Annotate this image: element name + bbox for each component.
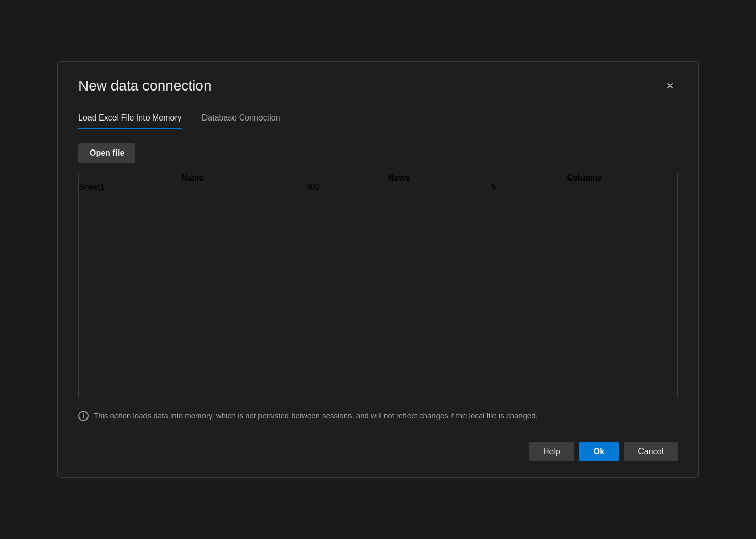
cell-columns: 5 <box>491 183 677 192</box>
close-button[interactable]: × <box>662 78 678 94</box>
dialog-footer: Help Ok Cancel <box>78 442 678 461</box>
column-header-columns: Columns <box>491 173 677 183</box>
cancel-button[interactable]: Cancel <box>624 442 678 461</box>
tab-excel[interactable]: Load Excel File Into Memory <box>78 108 182 129</box>
dialog-header: New data connection × <box>78 78 678 94</box>
overlay: New data connection × Load Excel File In… <box>0 0 756 539</box>
cell-name: Sheet1 <box>79 183 306 192</box>
help-button[interactable]: Help <box>529 442 574 461</box>
tabs-container: Load Excel File Into Memory Database Con… <box>78 108 678 129</box>
ok-button[interactable]: Ok <box>579 442 619 461</box>
cell-rows: 400 <box>306 183 492 192</box>
column-header-name: Name <box>79 173 306 183</box>
empty-row <box>79 192 677 354</box>
info-section: i This option loads data into memory, wh… <box>78 410 678 422</box>
info-text: This option loads data into memory, whic… <box>94 410 538 422</box>
data-table: Name Rows Columns Sheet1 400 5 <box>79 173 677 354</box>
dialog-title: New data connection <box>78 78 212 94</box>
open-file-button[interactable]: Open file <box>78 143 135 163</box>
table-header-row: Name Rows Columns <box>79 173 677 183</box>
tab-database[interactable]: Database Connection <box>202 108 280 129</box>
info-icon: i <box>78 411 89 421</box>
table-row[interactable]: Sheet1 400 5 <box>79 183 677 192</box>
data-table-wrapper: Name Rows Columns Sheet1 400 5 <box>78 173 678 398</box>
dialog: New data connection × Load Excel File In… <box>57 61 699 478</box>
column-header-rows: Rows <box>306 173 492 183</box>
